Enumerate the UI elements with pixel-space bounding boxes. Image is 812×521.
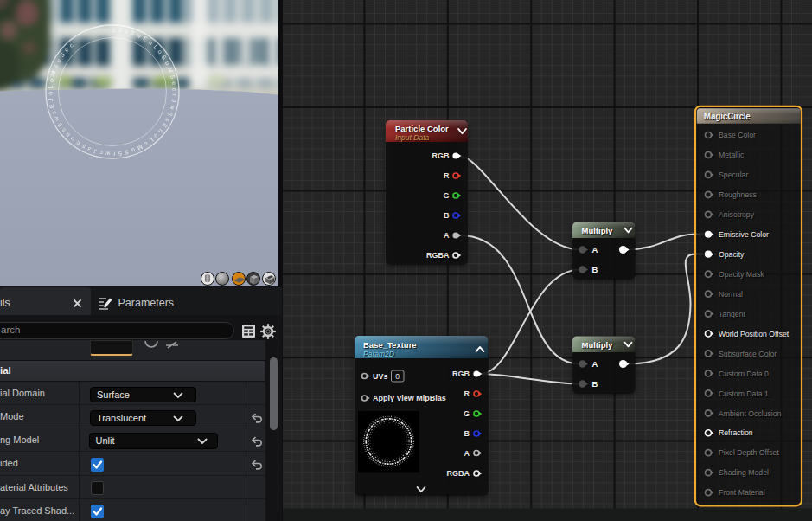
svg-text:UVs: UVs: [373, 372, 388, 381]
svg-text:Base_Texture: Base_Texture: [363, 340, 417, 350]
svg-text:A: A: [592, 245, 598, 254]
svg-text:G: G: [464, 409, 470, 418]
svg-text:Specular: Specular: [719, 170, 748, 179]
svg-text:Roughness: Roughness: [719, 190, 758, 199]
svg-text:MagicCircle: MagicCircle: [704, 112, 751, 121]
svg-text:Opacity Mask: Opacity Mask: [719, 270, 764, 279]
svg-text:Front Material: Front Material: [719, 488, 765, 497]
svg-text:B: B: [592, 379, 598, 389]
svg-text:Particle Color: Particle Color: [395, 124, 449, 133]
svg-text:Custom Data 0: Custom Data 0: [719, 370, 769, 378]
svg-text:A: A: [592, 359, 598, 369]
svg-text:RGBA: RGBA: [447, 469, 470, 478]
svg-text:Refraction: Refraction: [719, 428, 753, 437]
svg-text:B: B: [444, 211, 450, 220]
svg-text:A: A: [464, 449, 470, 458]
svg-text:Emissive Color: Emissive Color: [719, 230, 769, 239]
svg-text:Ambient Occlusion: Ambient Occlusion: [719, 409, 782, 418]
svg-text:Normal: Normal: [719, 290, 743, 299]
svg-text:Multiply: Multiply: [582, 226, 614, 235]
svg-text:Input Data: Input Data: [395, 133, 429, 142]
svg-text:Metallic: Metallic: [719, 151, 745, 159]
svg-text:Custom Data 1: Custom Data 1: [719, 389, 769, 398]
svg-text:Param2D: Param2D: [363, 350, 394, 358]
svg-text:0: 0: [395, 372, 400, 381]
svg-text:RGBA: RGBA: [426, 251, 450, 260]
svg-text:RGB: RGB: [452, 370, 470, 378]
svg-text:Pixel Depth Offset: Pixel Depth Offset: [719, 448, 779, 457]
svg-text:World Position Offset: World Position Offset: [719, 330, 790, 338]
svg-text:RGB: RGB: [432, 151, 451, 160]
svg-text:B: B: [464, 429, 470, 438]
svg-text:Base Color: Base Color: [719, 131, 756, 139]
svg-text:Shading Model: Shading Model: [719, 468, 769, 477]
svg-text:G: G: [443, 191, 449, 200]
svg-text:B: B: [592, 265, 598, 274]
svg-text:R: R: [444, 171, 450, 180]
svg-text:Opacity: Opacity: [719, 250, 745, 259]
svg-text:A: A: [444, 231, 450, 240]
svg-text:Subsurface Color: Subsurface Color: [719, 350, 777, 358]
svg-text:Tangent: Tangent: [719, 310, 746, 318]
svg-text:Anisotropy: Anisotropy: [719, 210, 755, 219]
svg-text:R: R: [464, 389, 470, 398]
svg-text:Apply View MipBias: Apply View MipBias: [373, 394, 446, 402]
svg-text:Multiply: Multiply: [582, 340, 614, 350]
svg-text:cJs3wEnLoSuM5ecrJw3sEnoLcMuS5r: cJs3wEnLoSuM5ecrJw3sEnoLcMuS5rwcJ3sEuoc5…: [47, 26, 177, 157]
